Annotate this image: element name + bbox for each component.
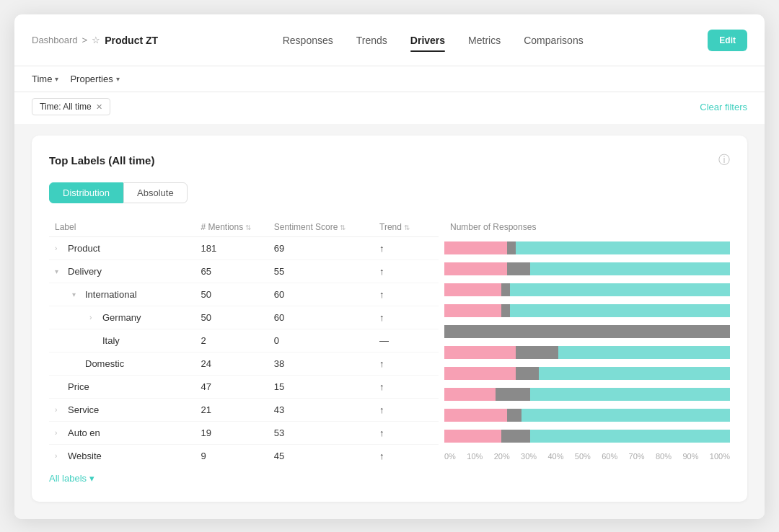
bar-row	[444, 322, 730, 341]
col-mentions-header[interactable]: # Mentions	[195, 218, 268, 237]
bar-segment-positive	[539, 367, 730, 380]
bar-row	[444, 364, 730, 383]
card-header: Top Labels (All time) ⓘ	[49, 153, 730, 168]
bar-segment-neutral	[501, 304, 510, 317]
time-arrow-icon: ▾	[55, 75, 58, 83]
clear-filters-button[interactable]: Clear filters	[700, 102, 747, 112]
filter-tags-row: Time: All time ✕ Clear filters	[14, 92, 765, 124]
trend-cell: ↑	[374, 399, 439, 422]
expand-icon[interactable]: ▾	[72, 291, 81, 298]
all-labels-link[interactable]: All labels ▾	[49, 473, 94, 484]
col-trend-header[interactable]: Trend	[374, 218, 439, 237]
table-row: › Auto en 1953↑	[49, 422, 439, 445]
mentions-cell: 65	[195, 260, 268, 283]
labels-table: Label # Mentions Sentiment Score Trend	[49, 218, 439, 467]
bar-segment-negative	[444, 304, 501, 317]
mentions-cell: 50	[195, 306, 268, 329]
bar-segment-negative	[444, 241, 507, 254]
bar-segment-negative	[444, 388, 496, 401]
label-text: Auto en	[68, 427, 100, 438]
trend-cell: ↑	[374, 376, 439, 399]
main-content: Top Labels (All time) ⓘ Distribution Abs…	[14, 124, 765, 519]
label-text: Price	[68, 381, 89, 392]
label-text: International	[85, 289, 137, 300]
tab-comparisons[interactable]: Comparisons	[524, 32, 583, 49]
expand-icon[interactable]: ›	[55, 244, 63, 252]
expand-icon[interactable]: ›	[55, 406, 63, 414]
bar-segment-positive	[530, 430, 730, 443]
mentions-cell: 21	[195, 399, 268, 422]
top-labels-card: Top Labels (All time) ⓘ Distribution Abs…	[32, 136, 747, 502]
tab-metrics[interactable]: Metrics	[468, 32, 501, 49]
sentiment-cell: 45	[268, 445, 374, 468]
bar-segment-neutral	[496, 388, 530, 401]
active-filter-tag[interactable]: Time: All time ✕	[32, 98, 110, 115]
x-axis-label: 40%	[547, 452, 563, 461]
trend-cell: ↑	[374, 422, 439, 445]
x-axis-label: 20%	[494, 452, 510, 461]
sentiment-cell: 53	[268, 422, 374, 445]
x-axis-label: 0%	[444, 452, 456, 461]
tab-trends[interactable]: Trends	[356, 32, 387, 49]
bar-segment-positive	[510, 283, 730, 296]
dashboard-link[interactable]: Dashboard	[32, 35, 78, 45]
properties-filter-dropdown[interactable]: Properties ▾	[70, 74, 119, 84]
bar-segment-positive	[530, 388, 730, 401]
tab-responses[interactable]: Responses	[283, 32, 333, 49]
bar-segment-neutral	[501, 430, 530, 443]
bar-segment-positive	[521, 409, 730, 422]
expand-icon[interactable]: ›	[55, 429, 63, 437]
chart-bars-container	[444, 239, 730, 445]
absolute-toggle[interactable]: Absolute	[123, 182, 188, 203]
trend-cell: ↑	[374, 283, 439, 306]
sentiment-cell: 0	[268, 329, 374, 353]
breadcrumb-separator: >	[82, 35, 88, 45]
bar-row	[444, 406, 730, 425]
x-axis-label: 70%	[629, 452, 645, 461]
sentiment-cell: 55	[268, 260, 374, 283]
expand-icon[interactable]: ▾	[55, 267, 63, 275]
chart-column-header: Number of Responses	[444, 218, 730, 236]
sentiment-cell: 15	[268, 376, 374, 399]
bar-segment-neutral	[444, 325, 730, 338]
bar-row	[444, 260, 730, 278]
trend-cell: ↑	[374, 353, 439, 376]
expand-icon[interactable]: ›	[55, 452, 63, 460]
edit-button[interactable]: Edit	[708, 30, 747, 51]
x-axis-label: 30%	[521, 452, 537, 461]
help-icon[interactable]: ⓘ	[718, 153, 730, 168]
bar-segment-negative	[444, 283, 501, 296]
mentions-cell: 19	[195, 422, 268, 445]
product-name: Product ZT	[105, 35, 158, 46]
bar-segment-positive	[558, 346, 730, 359]
trend-cell: —	[374, 329, 439, 353]
tab-drivers[interactable]: Drivers	[410, 32, 445, 49]
bar-segment-negative	[444, 346, 516, 359]
trend-cell: ↑	[374, 445, 439, 468]
bar-segment-negative	[444, 367, 516, 380]
all-labels-arrow: ▾	[89, 473, 94, 484]
time-filter-dropdown[interactable]: Time ▾	[32, 74, 58, 84]
mentions-cell: 47	[195, 376, 268, 399]
properties-arrow-icon: ▾	[116, 75, 120, 83]
remove-filter-icon[interactable]: ✕	[96, 102, 102, 112]
bar-segment-neutral	[507, 409, 521, 422]
sentiment-cell: 60	[268, 306, 374, 329]
x-axis: 0%10%20%30%40%50%60%70%80%90%100%	[444, 448, 730, 461]
table-row: Price 4715↑	[49, 376, 439, 399]
table-row: Italy 20—	[49, 329, 439, 353]
bar-row	[444, 343, 730, 362]
mentions-cell: 9	[195, 445, 268, 468]
card-title: Top Labels (All time)	[49, 154, 154, 167]
expand-icon[interactable]: ›	[89, 314, 98, 322]
bar-segment-neutral	[507, 241, 516, 254]
bar-row	[444, 301, 730, 320]
sentiment-cell: 43	[268, 399, 374, 422]
x-axis-label: 50%	[575, 452, 591, 461]
trend-cell: ↑	[374, 260, 439, 283]
table-row: Domestic 2438↑	[49, 353, 439, 376]
trend-cell: ↑	[374, 237, 439, 260]
col-sentiment-header[interactable]: Sentiment Score	[268, 218, 374, 237]
star-icon[interactable]: ☆	[92, 35, 100, 45]
distribution-toggle[interactable]: Distribution	[49, 182, 123, 203]
